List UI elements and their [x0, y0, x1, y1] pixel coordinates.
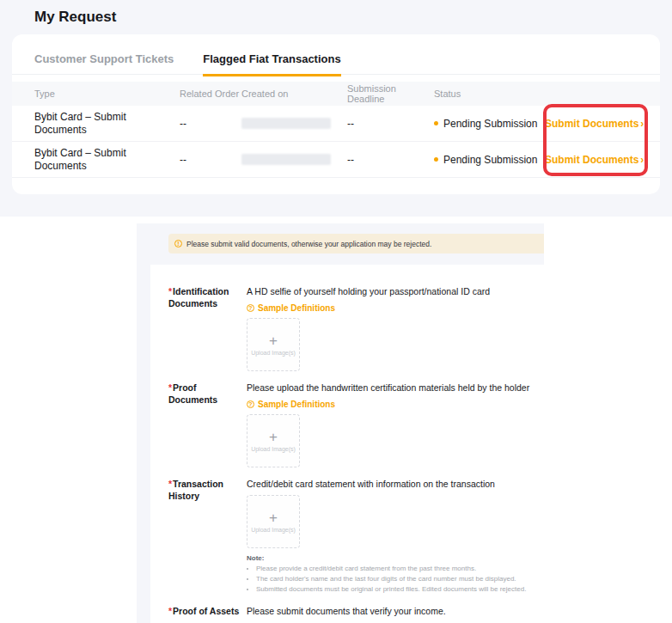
column-header-status: Status: [434, 89, 545, 99]
created-on-cell: [241, 154, 347, 165]
my-request-screen: My Request Customer Support Tickets Flag…: [0, 0, 672, 217]
chevron-right-icon: ›: [640, 118, 644, 130]
status-badge: Pending Submission: [443, 154, 537, 166]
tab-customer-support-tickets[interactable]: Customer Support Tickets: [34, 52, 174, 74]
warning-text: Please submit valid documents, otherwise…: [186, 240, 431, 248]
submission-deadline-cell: --: [347, 154, 434, 166]
submit-documents-link[interactable]: Submit Documents›: [545, 154, 644, 166]
note-item: The card holder's name and the last four…: [256, 574, 532, 583]
screenshot-stage: My Request Customer Support Tickets Flag…: [0, 0, 672, 623]
field-label: *Transaction History: [168, 478, 247, 595]
column-header-related-order: Related Order: [180, 89, 241, 99]
created-on-cell: [241, 118, 347, 129]
status-badge: Pending Submission: [443, 118, 537, 130]
status-dot-icon: [434, 157, 438, 162]
upload-label: Upload Image(s): [251, 350, 296, 356]
note-title: Note:: [247, 554, 532, 562]
document-form-card: *Identification Documents A HD selfie of…: [150, 265, 544, 623]
warning-banner: ! Please submit valid documents, otherwi…: [168, 234, 544, 253]
page-title: My Request: [34, 9, 116, 26]
required-mark: *: [168, 382, 172, 393]
required-mark: *: [168, 286, 172, 296]
related-order-cell: --: [180, 118, 241, 130]
status-dot-icon: [434, 121, 438, 125]
submission-deadline-cell: --: [347, 118, 434, 130]
field-label: *Proof Documents: [168, 382, 247, 467]
sample-definitions-link[interactable]: ? Sample Definitions: [247, 303, 335, 313]
plus-icon: +: [269, 511, 278, 524]
plus-icon: +: [269, 431, 278, 443]
status-cell: Pending Submission: [434, 118, 545, 130]
related-order-cell: --: [180, 154, 241, 166]
field-label: *Proof of Assets: [168, 605, 247, 618]
sample-definitions-link[interactable]: ? Sample Definitions: [247, 400, 335, 409]
upload-label: Upload Image(s): [251, 527, 296, 533]
table-row: Bybit Card – Submit Documents -- -- Pend…: [12, 142, 660, 178]
field-description: A HD selfie of yourself holding your pas…: [247, 285, 532, 298]
field-label: *Identification Documents: [168, 285, 247, 371]
column-header-created-on: Created on: [241, 89, 347, 99]
column-header-submission-deadline: Submission Deadline: [347, 83, 434, 104]
upload-box[interactable]: + Upload Image(s): [247, 318, 300, 371]
section-proof-documents: *Proof Documents Please upload the handw…: [168, 382, 532, 467]
tab-flagged-fiat-transactions[interactable]: Flagged Fiat Transactions: [203, 52, 340, 74]
created-on-redacted: [241, 154, 331, 165]
section-transaction-history: *Transaction History Credit/debit card s…: [168, 478, 532, 595]
note-item: Submitted documents must be original or …: [256, 584, 532, 594]
column-header-type: Type: [34, 89, 180, 99]
upload-box[interactable]: + Upload Image(s): [247, 414, 300, 467]
tab-bar: Customer Support Tickets Flagged Fiat Tr…: [12, 34, 660, 75]
question-icon: ?: [247, 400, 254, 408]
status-cell: Pending Submission: [434, 154, 545, 166]
submit-documents-link[interactable]: Submit Documents›: [545, 118, 644, 130]
question-icon: ?: [247, 304, 254, 312]
note-block: Note: Please provide a credit/debit card…: [247, 554, 532, 594]
upload-label: Upload Image(s): [251, 446, 296, 452]
table-header-row: Type Related Order Created on Submission…: [12, 82, 660, 106]
field-description: Please submit documents that verify your…: [247, 605, 532, 618]
section-identification-documents: *Identification Documents A HD selfie of…: [168, 285, 532, 371]
type-cell: Bybit Card – Submit Documents: [34, 147, 165, 173]
field-description: Credit/debit card statement with informa…: [247, 478, 532, 491]
submit-documents-screen: ! Please submit valid documents, otherwi…: [137, 223, 544, 623]
required-mark: *: [168, 479, 172, 489]
note-item: Please provide a credit/debit card state…: [256, 564, 532, 573]
upload-box[interactable]: + Upload Image(s): [247, 495, 300, 548]
table-row: Bybit Card – Submit Documents -- -- Pend…: [12, 106, 660, 142]
required-mark: *: [168, 606, 172, 616]
created-on-redacted: [241, 118, 331, 129]
chevron-right-icon: ›: [640, 154, 644, 166]
request-table-card: Customer Support Tickets Flagged Fiat Tr…: [12, 34, 660, 194]
plus-icon: +: [269, 334, 278, 347]
field-description: Please upload the handwritten certificat…: [247, 382, 532, 394]
warning-icon: !: [174, 240, 182, 247]
type-cell: Bybit Card – Submit Documents: [34, 111, 165, 137]
section-proof-of-assets: *Proof of Assets Please submit documents…: [168, 605, 532, 618]
